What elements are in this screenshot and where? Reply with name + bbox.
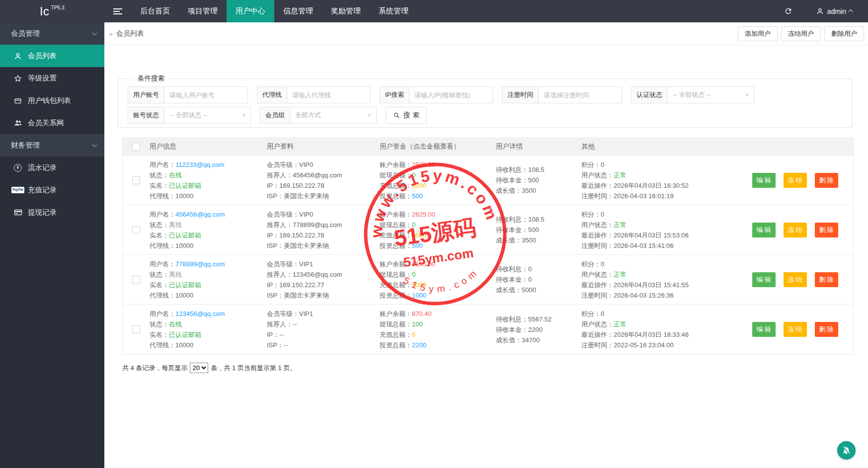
realname-value: 已认证邮箱 bbox=[169, 280, 201, 290]
balance-amount[interactable]: 2505.50 bbox=[412, 159, 435, 170]
members-table: 用户信息 用户资料 用户资金（点击金额查看） 用户详情 其他 用户名：11223… bbox=[122, 138, 854, 355]
nav-item-system[interactable]: 系统管理 bbox=[370, 0, 417, 22]
realname-value: 已认证邮箱 bbox=[169, 329, 201, 340]
username-link[interactable]: 778899@qq.com bbox=[175, 259, 225, 269]
column-header-user-profile: 用户资料 bbox=[267, 142, 380, 151]
logo-text: lc bbox=[40, 4, 49, 18]
hamburger-icon bbox=[113, 8, 122, 9]
edit-button[interactable]: 编辑 bbox=[752, 322, 776, 337]
nav-item-user-center[interactable]: 用户中心 bbox=[227, 0, 274, 22]
agent-line-value: 10000 bbox=[175, 290, 193, 301]
status-value: 在线 bbox=[169, 170, 182, 180]
nav-item-projects[interactable]: 项目管理 bbox=[179, 0, 227, 22]
nav-item-info[interactable]: 信息管理 bbox=[274, 0, 322, 22]
breadcrumb: » 会员列表 bbox=[109, 29, 144, 38]
username-link[interactable]: 112233@qq.com bbox=[175, 159, 224, 170]
column-header-other: 其他 bbox=[581, 142, 732, 151]
withdraw-total-amount[interactable]: 0 bbox=[412, 170, 415, 180]
invest-total-amount[interactable]: 2200 bbox=[412, 340, 426, 350]
menu-toggle-button[interactable] bbox=[104, 0, 131, 22]
add-user-button[interactable]: 添加用户 bbox=[738, 26, 778, 41]
status-value: 离线 bbox=[169, 220, 182, 230]
ip-search-field-label: IP搜索 bbox=[380, 86, 409, 103]
growth-value: 3500 bbox=[522, 235, 536, 245]
delete-button[interactable]: 删除 bbox=[815, 223, 838, 237]
invest-total-amount[interactable]: 500 bbox=[412, 191, 423, 201]
user-status-value: 正常 bbox=[614, 319, 627, 329]
column-header-user-info: 用户信息 bbox=[150, 142, 267, 151]
chevron-up-icon bbox=[848, 9, 853, 14]
notification-float-button[interactable] bbox=[837, 441, 856, 460]
edit-button[interactable]: 编辑 bbox=[752, 173, 776, 188]
recharge-total-amount[interactable]: 5000 bbox=[412, 280, 426, 290]
sidebar-item-recharge-records[interactable]: PayPal 充值记录 bbox=[0, 179, 104, 201]
sidebar-item-flow-records[interactable]: ¥ 流水记录 bbox=[0, 156, 104, 179]
sidebar-item-wallet-list[interactable]: 用户钱包列表 bbox=[0, 89, 104, 112]
balance-amount[interactable]: 6105.00 bbox=[412, 259, 435, 269]
user-menu[interactable]: admin bbox=[803, 0, 868, 22]
pagination-prefix: 共 4 条记录，每页显示 bbox=[122, 364, 187, 373]
delete-button[interactable]: 删除 bbox=[815, 272, 838, 287]
refresh-button[interactable] bbox=[773, 0, 803, 22]
withdraw-total-amount[interactable]: 0 bbox=[412, 269, 415, 280]
select-all-checkbox[interactable] bbox=[132, 143, 140, 151]
username-link[interactable]: 123456@qq.com bbox=[175, 309, 225, 319]
page-size-select[interactable]: 20 bbox=[190, 363, 208, 373]
delete-user-button[interactable]: 删除用户 bbox=[824, 26, 864, 41]
ip-search-input[interactable] bbox=[409, 86, 493, 103]
main-content: » 会员列表 添加用户 冻结用户 删除用户 条件搜索 用户账号 代理线 bbox=[104, 22, 868, 468]
delete-button[interactable]: 删除 bbox=[815, 322, 838, 337]
growth-value: 3500 bbox=[522, 185, 536, 196]
row-checkbox[interactable] bbox=[132, 276, 140, 284]
recharge-total-amount[interactable]: 0 bbox=[412, 329, 415, 340]
nav-item-dashboard[interactable]: 后台首页 bbox=[131, 0, 179, 22]
sidebar-item-withdraw-records[interactable]: 提现记录 bbox=[0, 201, 104, 224]
nav-item-rewards[interactable]: 奖励管理 bbox=[322, 0, 370, 22]
account-status-select[interactable]: -- 全部状态 -- ▼ bbox=[164, 107, 251, 124]
pagination-bar: 共 4 条记录，每页显示 20 条，共 1 页当前显示第 1 页。 bbox=[122, 363, 868, 373]
account-input[interactable] bbox=[164, 86, 248, 103]
isp-value: 美国北卡罗来纳 bbox=[284, 191, 329, 201]
freeze-user-button[interactable]: 冻结用户 bbox=[781, 26, 821, 41]
edit-button[interactable]: 编辑 bbox=[752, 223, 776, 237]
freeze-button[interactable]: 冻结 bbox=[784, 322, 807, 337]
sidebar-group-finance[interactable]: 财务管理 bbox=[0, 134, 104, 156]
table-header: 用户信息 用户资料 用户资金（点击金额查看） 用户详情 其他 bbox=[123, 138, 853, 156]
freeze-button[interactable]: 冻结 bbox=[784, 223, 807, 237]
recharge-total-amount[interactable]: 5000 bbox=[412, 230, 426, 240]
balance-amount[interactable]: 870.40 bbox=[412, 309, 432, 319]
agent-line-value: 10000 bbox=[175, 240, 193, 251]
freeze-button[interactable]: 冻结 bbox=[784, 173, 807, 188]
recharge-total-amount[interactable]: 3000 bbox=[412, 180, 426, 191]
freeze-button[interactable]: 冻结 bbox=[784, 272, 807, 287]
reg-time-input[interactable] bbox=[539, 86, 622, 103]
username-link[interactable]: 456456@qq.com bbox=[175, 209, 225, 220]
user-status-value: 正常 bbox=[614, 220, 627, 230]
pending-interest-value: 108.5 bbox=[528, 164, 545, 175]
member-group-select[interactable]: 全部方式 ▼ bbox=[290, 107, 377, 124]
row-checkbox[interactable] bbox=[132, 325, 140, 333]
invest-total-amount[interactable]: 1000 bbox=[412, 290, 426, 301]
column-header-user-funds: 用户资金（点击金额查看） bbox=[380, 142, 496, 151]
delete-button[interactable]: 删除 bbox=[815, 173, 838, 188]
withdraw-total-amount[interactable]: 100 bbox=[412, 319, 423, 329]
balance-amount[interactable]: 2625.00 bbox=[412, 209, 435, 220]
sidebar-item-member-list[interactable]: 会员列表 bbox=[0, 45, 104, 67]
sidebar-item-member-network[interactable]: 会员关系网 bbox=[0, 112, 104, 134]
admin-screen: lcTP5.3 后台首页 项目管理 用户中心 信息管理 奖励管理 系统管理 ad… bbox=[0, 0, 868, 468]
edit-button[interactable]: 编辑 bbox=[752, 272, 776, 287]
wallet-icon bbox=[13, 96, 22, 105]
row-checkbox[interactable] bbox=[132, 176, 140, 184]
search-button[interactable]: 搜索 bbox=[386, 107, 427, 124]
sidebar-group-members[interactable]: 会员管理 bbox=[0, 22, 104, 45]
auth-status-select[interactable]: -- 全部状态 -- ▼ bbox=[668, 86, 754, 103]
row-checkbox[interactable] bbox=[132, 226, 140, 234]
caret-down-icon: ▼ bbox=[367, 113, 372, 118]
sidebar-item-level-settings[interactable]: 等级设置 bbox=[0, 67, 104, 89]
withdraw-total-amount[interactable]: 0 bbox=[412, 220, 415, 230]
table-row: 用户名：778899@qq.com 状态：离线 实名：已认证邮箱 代理线：100… bbox=[123, 255, 853, 305]
table-row: 用户名：123456@qq.com 状态：在线 实名：已认证邮箱 代理线：100… bbox=[123, 305, 853, 354]
invest-total-amount[interactable]: 500 bbox=[412, 240, 423, 251]
pending-principal-value: 500 bbox=[528, 225, 539, 235]
agent-line-input[interactable] bbox=[287, 86, 371, 103]
